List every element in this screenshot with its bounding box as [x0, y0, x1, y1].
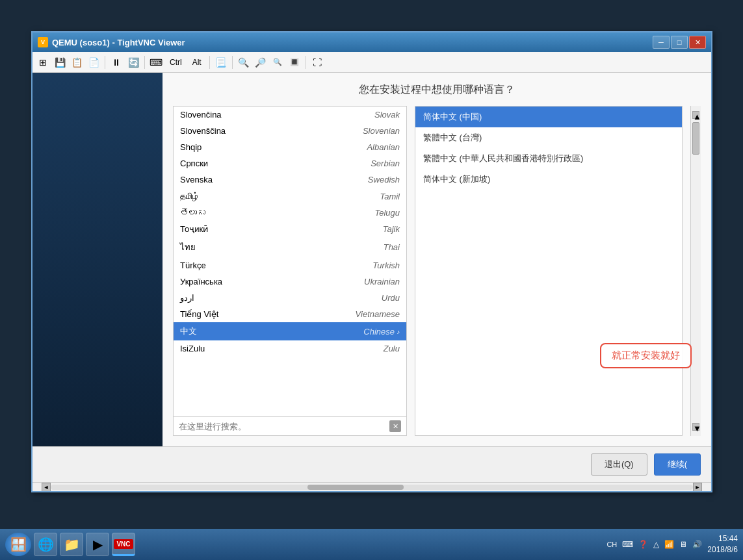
toolbar-btn-fullscreen[interactable]: ⛶ [309, 55, 325, 70]
right-scrollbar[interactable]: ▲ ▼ [690, 106, 701, 436]
lang-native: Српски [180, 159, 208, 168]
variant-item[interactable]: 简体中文 (中国) [415, 107, 682, 127]
lang-native: IsiZulu [180, 344, 205, 353]
h-scroll-right[interactable]: ► [693, 483, 702, 492]
toolbar-btn-zoom-out[interactable]: 🔎 [253, 55, 268, 70]
tray-keyboard: ⌨ [622, 540, 633, 549]
taskbar-btn-ie[interactable]: 🌐 [34, 533, 57, 556]
toolbar-btn-keys[interactable]: ⌨ [148, 55, 164, 70]
toolbar-separator-2 [144, 56, 145, 69]
toolbar-btn-paste[interactable]: 📄 [86, 55, 101, 70]
tray-arrow[interactable]: △ [653, 540, 659, 549]
vnc-icon: VNC [114, 539, 133, 549]
language-item[interactable]: Slovenščina Slovenian [174, 123, 406, 139]
search-bar: ✕ [174, 416, 406, 435]
lang-native: 中文 [180, 325, 197, 337]
quit-button[interactable]: 退出(Q) [591, 453, 647, 476]
language-item[interactable]: తెలుగు Telugu [174, 205, 406, 221]
variant-item[interactable]: 简体中文 (新加坡) [415, 169, 682, 190]
toolbar-btn-alt[interactable]: Alt [188, 55, 206, 70]
toolbar-btn-refresh[interactable]: 🔄 [125, 55, 141, 70]
language-item[interactable]: Українська Ukrainian [174, 274, 406, 290]
search-input[interactable] [179, 422, 389, 431]
lang-english: Chinese › [363, 327, 400, 337]
lang-native: Tiếng Việt [180, 309, 218, 319]
window-controls: ─ □ ✕ [653, 36, 706, 49]
h-scroll-thumb[interactable] [307, 485, 404, 490]
taskbar: 🪟 🌐 📁 ▶ VNC CH ⌨ ❓ △ 📶 🖥 🔊 15:44 2018/8/… [0, 529, 743, 560]
toolbar-btn-zoom-in[interactable]: 🔍 [236, 55, 252, 70]
lang-english: Tamil [380, 192, 400, 201]
toolbar-btn-clipboard[interactable]: 📃 [213, 55, 229, 70]
language-item[interactable]: IsiZulu Zulu [174, 340, 406, 357]
variant-item[interactable]: 繁體中文 (中華人民共和國香港特別行政區) [415, 148, 682, 169]
language-item[interactable]: Тоҷикӣ Tajik [174, 221, 406, 237]
toolbar-separator-4 [232, 56, 233, 69]
search-clear-button[interactable]: ✕ [389, 420, 401, 432]
start-button[interactable]: 🪟 [5, 533, 31, 556]
lang-english: Thai [384, 242, 400, 252]
lang-english: Tajik [383, 224, 400, 234]
taskbar-btn-media[interactable]: ▶ [86, 533, 109, 556]
lang-english: Urdu [382, 293, 400, 303]
toolbar-btn-copy[interactable]: 📋 [69, 55, 85, 70]
h-scroll-track [51, 485, 693, 490]
language-item[interactable]: Српски Serbian [174, 155, 406, 172]
lang-native: ไทย [180, 240, 196, 254]
annotation-box: 就正常安装就好 [600, 343, 692, 368]
toolbar-btn-zoom-fit[interactable]: 🔳 [287, 55, 302, 70]
lang-english: Swedish [368, 175, 400, 185]
bottom-bar: 退出(Q) 继续( [33, 446, 711, 482]
language-item[interactable]: Slovenčina Slovak [174, 107, 406, 123]
variant-list-container[interactable]: 简体中文 (中国)繁體中文 (台灣)繁體中文 (中華人民共和國香港特別行政區)简… [415, 106, 683, 436]
language-item[interactable]: ไทย Thai [174, 237, 406, 257]
scrollbar-thumb[interactable] [692, 122, 699, 155]
window-title: QEMU (soso1) - TightVNC Viewer [52, 38, 653, 47]
clock-time: 15:44 [707, 533, 738, 544]
language-item[interactable]: Shqip Albanian [174, 139, 406, 155]
tray-display: 🖥 [679, 540, 687, 549]
continue-button[interactable]: 继续( [654, 453, 701, 476]
language-item[interactable]: Svenska Swedish [174, 172, 406, 188]
minimize-button[interactable]: ─ [653, 36, 670, 49]
toolbar: ⊞ 💾 📋 📄 ⏸ 🔄 ⌨ Ctrl Alt 📃 🔍 🔎 🔍 🔳 ⛶ [33, 52, 711, 73]
annotation-text: 就正常安装就好 [612, 350, 680, 361]
maximize-button[interactable]: □ [671, 36, 688, 49]
clock-date: 2018/8/6 [707, 544, 738, 555]
variant-item[interactable]: 繁體中文 (台灣) [415, 127, 682, 148]
lang-english: Turkish [372, 261, 400, 270]
language-item[interactable]: اردو Urdu [174, 290, 406, 306]
h-scroll-left[interactable]: ◄ [42, 483, 51, 492]
toolbar-btn-pause[interactable]: ⏸ [109, 55, 124, 70]
toolbar-btn-connect[interactable]: ⊞ [35, 55, 51, 70]
lang-native: Svenska [180, 175, 213, 185]
toolbar-separator-3 [209, 56, 210, 69]
lang-native: Slovenčina [180, 110, 222, 120]
language-list[interactable]: Slovenčina Slovak Slovenščina Slovenian … [174, 107, 406, 416]
horizontal-scrollbar[interactable]: ◄ ► [33, 482, 711, 491]
taskbar-tray: CH ⌨ ❓ △ 📶 🖥 🔊 15:44 2018/8/6 [606, 533, 738, 555]
lang-english: Vietnamese [356, 309, 400, 319]
lang-native: Shqip [180, 142, 202, 152]
language-item[interactable]: Türkçe Turkish [174, 257, 406, 274]
page-title: 您在安装过程中想使用哪种语言？ [173, 83, 701, 97]
toolbar-btn-ctrl[interactable]: Ctrl [165, 55, 187, 70]
close-button[interactable]: ✕ [689, 36, 706, 49]
language-item[interactable]: தமிழ் Tamil [174, 188, 406, 205]
lang-native: اردو [180, 293, 194, 303]
lang-english: Zulu [384, 344, 400, 353]
lang-english: Albanian [367, 142, 400, 152]
lang-native: తెలుగు [180, 208, 205, 218]
taskbar-btn-explorer[interactable]: 📁 [60, 533, 83, 556]
language-item[interactable]: 中文 Chinese › [174, 322, 406, 340]
taskbar-btn-vnc[interactable]: VNC [112, 533, 135, 556]
scrollbar-down-arrow[interactable]: ▼ [692, 423, 699, 431]
toolbar-btn-save[interactable]: 💾 [52, 55, 68, 70]
app-icon: V [38, 37, 48, 47]
language-item[interactable]: Tiếng Việt Vietnamese [174, 306, 406, 322]
scrollbar-up-arrow[interactable]: ▲ [692, 111, 699, 119]
tray-lang: CH [606, 541, 617, 548]
lang-english: Ukrainian [364, 277, 400, 286]
lang-english: Slovenian [363, 126, 400, 136]
toolbar-btn-zoom-custom[interactable]: 🔍 [270, 55, 285, 70]
